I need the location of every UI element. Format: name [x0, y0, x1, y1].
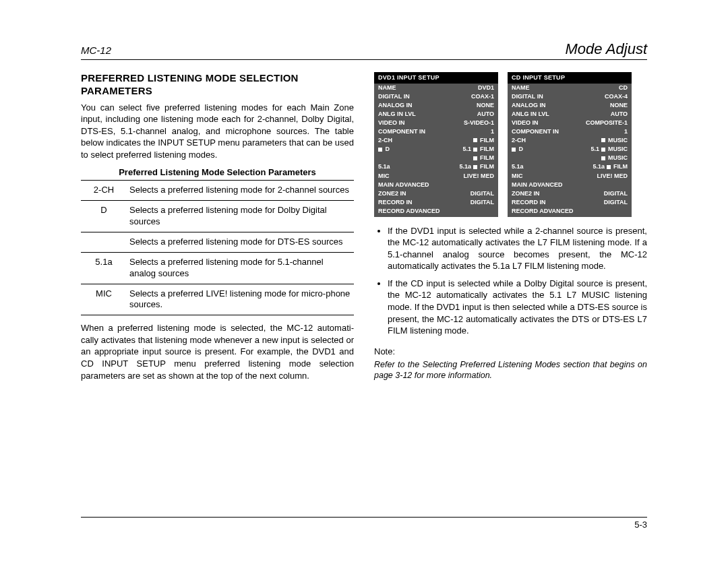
parameters-table: 2-CHSelects a preferred listening mode f…	[81, 181, 354, 315]
after-table-paragraph: When a preferred listening mode is selec…	[81, 322, 354, 381]
table-row: DSelects a preferred listening mode for …	[81, 201, 354, 232]
menu-row: 5.1a5.1a FILM	[508, 162, 632, 171]
list-item: If the DVD1 input is selected while a 2-…	[388, 225, 647, 272]
intro-paragraph: You can select five preferred listening …	[81, 102, 354, 161]
menu-row: 2-CH FILM	[374, 136, 498, 145]
table-caption: Preferred Listening Mode Selection Param…	[81, 167, 354, 181]
table-row: 5.1aSelects a preferred listening mode f…	[81, 252, 354, 284]
page-header: MC-12 Mode Adjust	[81, 40, 647, 60]
table-row: 2-CHSelects a preferred listening mode f…	[81, 181, 354, 200]
header-left: MC-12	[81, 44, 111, 56]
menu-row: RECORD INDIGITAL	[374, 198, 498, 207]
page-footer: 5-3	[81, 517, 647, 530]
menu-row: MICLIVE! MED	[374, 172, 498, 181]
menu-row: DIGITAL INCOAX-1	[374, 92, 498, 101]
setup-menus: DVD1 INPUT SETUP NAMEDVD1DIGITAL INCOAX-…	[374, 72, 647, 217]
menu-title: DVD1 INPUT SETUP	[374, 72, 498, 84]
menu-row: NAMEDVD1	[374, 84, 498, 92]
menu-row: ANLG IN LVLAUTO	[374, 110, 498, 119]
page-number: 5-3	[634, 520, 647, 530]
note-body: Refer to the Selecting Preferred Listeni…	[374, 359, 647, 381]
menu-row: ANLG IN LVLAUTO	[508, 110, 632, 119]
dvd1-input-setup-menu: DVD1 INPUT SETUP NAMEDVD1DIGITAL INCOAX-…	[374, 72, 498, 217]
menu-row: RECORD INDIGITAL	[508, 198, 632, 207]
menu-row: ANALOG INNONE	[508, 101, 632, 110]
menu-row: MAIN ADVANCED	[508, 181, 632, 189]
menu-row: FILM	[374, 154, 498, 162]
menu-row: MICLIVE! MED	[508, 172, 632, 181]
menu-row: COMPONENT IN1	[374, 127, 498, 136]
table-row: Selects a preferred listening mode for D…	[81, 232, 354, 252]
menu-row: D5.1 MUSIC	[508, 145, 632, 154]
menu-row: VIDEO INCOMPOSITE-1	[508, 119, 632, 127]
menu-row: COMPONENT IN1	[508, 127, 632, 136]
explanation-list: If the DVD1 input is selected while a 2-…	[374, 225, 647, 337]
menu-row: ANALOG INNONE	[374, 101, 498, 110]
menu-row: MUSIC	[508, 154, 632, 162]
menu-row: ZONE2 INDIGITAL	[374, 189, 498, 198]
list-item: If the CD input is selected while a Dolb…	[388, 278, 647, 337]
menu-row: MAIN ADVANCED	[374, 181, 498, 189]
menu-row: RECORD ADVANCED	[508, 207, 632, 216]
menu-row: 2-CH MUSIC	[508, 136, 632, 145]
menu-row: DIGITAL INCOAX-4	[508, 92, 632, 101]
menu-row: RECORD ADVANCED	[374, 207, 498, 216]
header-right: Mode Adjust	[566, 40, 647, 58]
menu-row: 5.1a5.1a FILM	[374, 162, 498, 171]
menu-row: ZONE2 INDIGITAL	[508, 189, 632, 198]
menu-title: CD INPUT SETUP	[508, 72, 632, 84]
menu-row: NAMECD	[508, 84, 632, 92]
menu-row: VIDEO INS-VIDEO-1	[374, 119, 498, 127]
section-title: PREFERRED LISTENING MODE SELECTION PARAM…	[81, 72, 354, 98]
cd-input-setup-menu: CD INPUT SETUP NAMECDDIGITAL INCOAX-4ANA…	[508, 72, 632, 217]
note-label: Note:	[374, 346, 647, 356]
table-row: MICSelects a preferred LIVE! listening m…	[81, 284, 354, 315]
menu-row: D5.1 FILM	[374, 145, 498, 154]
